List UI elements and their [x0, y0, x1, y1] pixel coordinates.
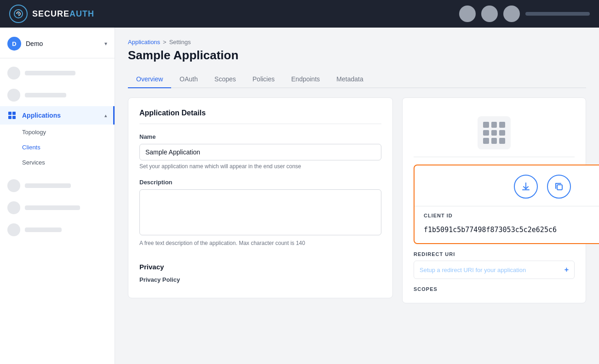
app-details-card: Application Details Name Set your applic…: [128, 97, 393, 298]
breadcrumb-link[interactable]: Applications: [128, 39, 160, 46]
main-layout: D Demo ▾ Applications ▴ Topology: [0, 28, 599, 364]
sidebar-item-applications-label: Applications: [22, 112, 61, 119]
sidebar-placeholder-5: [0, 219, 115, 241]
sidebar-user[interactable]: D Demo ▾: [0, 32, 115, 58]
chevron-up-icon: ▴: [104, 113, 107, 119]
sidebar-item-services[interactable]: Services: [0, 155, 115, 170]
description-input[interactable]: [139, 189, 381, 235]
client-id-label: CLIENT ID: [424, 213, 599, 218]
svg-point-0: [17, 13, 19, 15]
logo-area: SECUREAUTH: [9, 5, 94, 23]
cards-row: Application Details Name Set your applic…: [128, 97, 586, 303]
scopes-label: SCOPES: [414, 286, 575, 292]
topnav-right: [459, 6, 590, 22]
app-config-card: CLIENT ID f1b5091c5b77498f873053c5c2e625…: [402, 97, 586, 303]
name-hint: Set your application name which will app…: [139, 163, 381, 170]
svg-rect-1: [557, 185, 562, 190]
name-input[interactable]: [139, 144, 381, 160]
client-id-label-row: CLIENT ID: [415, 206, 599, 221]
avatar: D: [7, 37, 21, 51]
nav-placeholder: [525, 12, 590, 16]
app-icon-section: [414, 109, 575, 157]
redirect-uri-section: REDIRECT URI Setup a redirect URI for yo…: [414, 251, 575, 279]
description-hint: A free text description of the applicati…: [139, 240, 381, 246]
sidebar-placeholder-4: [0, 197, 115, 219]
client-id-value: f1b5091c5b77498f873053c5c2e625c6: [424, 226, 599, 234]
chevron-down-icon: ▾: [104, 40, 107, 47]
nav-avatar-1[interactable]: [459, 6, 476, 22]
description-field-group: Description A free text description of t…: [139, 179, 381, 246]
tab-oauth[interactable]: OAuth: [171, 71, 206, 88]
sidebar-placeholder-2: [0, 84, 115, 106]
tab-overview[interactable]: Overview: [128, 71, 171, 88]
name-label: Name: [139, 133, 381, 140]
app-icon-grid: [478, 116, 511, 149]
redirect-uri-input-row[interactable]: Setup a redirect URI for your applicatio…: [414, 261, 575, 279]
sidebar-item-topology[interactable]: Topology: [0, 125, 115, 140]
top-navigation: SECUREAUTH: [0, 0, 599, 28]
sidebar-user-name: Demo: [26, 40, 100, 47]
tab-metadata[interactable]: Metadata: [328, 71, 371, 88]
name-field-group: Name Set your application name which wil…: [139, 133, 381, 170]
nav-avatar-3[interactable]: [503, 6, 520, 22]
grid-icon: [7, 111, 17, 120]
brand-name: SECUREAUTH: [32, 9, 94, 19]
content-area: Applications > Settings Sample Applicati…: [115, 28, 599, 364]
breadcrumb-current: Settings: [169, 39, 191, 46]
client-id-value-row: f1b5091c5b77498f873053c5c2e625c6: [415, 221, 599, 243]
sidebar-item-clients[interactable]: Clients: [0, 140, 115, 155]
sidebar-placeholder-3: [0, 175, 115, 197]
breadcrumb: Applications > Settings: [128, 39, 586, 46]
redirect-uri-label: REDIRECT URI: [414, 251, 575, 257]
tab-scopes[interactable]: Scopes: [206, 71, 244, 88]
redirect-uri-placeholder: Setup a redirect URI for your applicatio…: [420, 267, 561, 273]
logo-icon: [9, 5, 28, 23]
nav-avatar-2[interactable]: [481, 6, 498, 22]
app-details-title: Application Details: [139, 109, 381, 124]
client-id-section: CLIENT ID f1b5091c5b77498f873053c5c2e625…: [414, 165, 599, 244]
client-id-actions: [415, 165, 599, 206]
copy-credentials-button[interactable]: [547, 175, 571, 199]
description-label: Description: [139, 179, 381, 186]
tab-policies[interactable]: Policies: [244, 71, 283, 88]
privacy-title: Privacy: [139, 256, 381, 271]
privacy-policy-row: Privacy Policy: [139, 276, 381, 283]
sidebar-item-applications[interactable]: Applications ▴: [0, 106, 115, 125]
download-button[interactable]: [514, 175, 538, 199]
tab-endpoints[interactable]: Endpoints: [283, 71, 328, 88]
sidebar: D Demo ▾ Applications ▴ Topology: [0, 28, 115, 364]
tabs-navigation: Overview OAuth Scopes Policies Endpoints…: [128, 71, 586, 88]
page-title: Sample Application: [128, 48, 586, 63]
breadcrumb-separator: >: [163, 39, 167, 46]
privacy-policy-label: Privacy Policy: [139, 276, 381, 283]
sidebar-placeholder-1: [0, 62, 115, 84]
add-redirect-uri-icon[interactable]: +: [564, 266, 569, 274]
